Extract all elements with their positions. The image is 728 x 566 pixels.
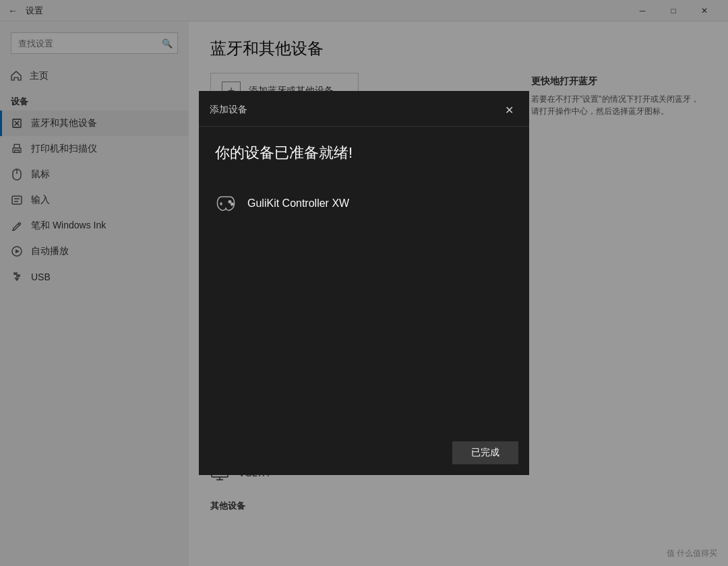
- modal-body: 你的设备已准备就绪! GuliKit Controller XW: [199, 127, 529, 433]
- svg-point-66: [231, 203, 234, 206]
- svg-point-65: [229, 201, 231, 203]
- modal-header: 添加设备 ✕: [199, 91, 529, 127]
- modal-footer: 已完成: [199, 433, 529, 475]
- modal-device-name: GuliKit Controller XW: [247, 197, 349, 210]
- modal-done-button[interactable]: 已完成: [452, 441, 518, 464]
- modal-close-button[interactable]: ✕: [499, 100, 518, 119]
- modal-gamepad-icon: [215, 193, 237, 214]
- modal-title: 添加设备: [210, 104, 247, 116]
- modal-device-row: GuliKit Controller XW: [215, 185, 513, 222]
- add-device-modal: 添加设备 ✕ 你的设备已准备就绪! GuliKit Controller XW …: [199, 91, 529, 475]
- modal-overlay: 添加设备 ✕ 你的设备已准备就绪! GuliKit Controller XW …: [0, 0, 728, 566]
- modal-heading: 你的设备已准备就绪!: [215, 143, 513, 163]
